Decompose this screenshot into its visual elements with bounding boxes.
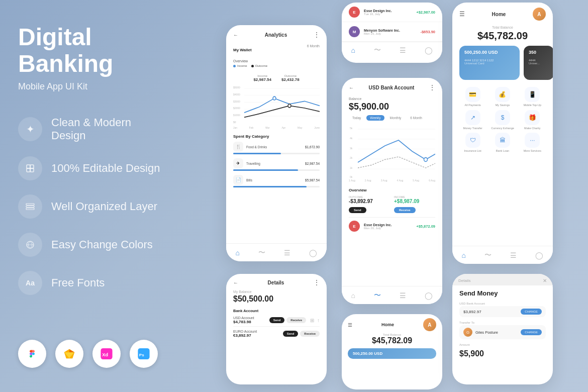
usd-nav-menu[interactable]: ☰ [400,291,406,300]
home-nav-chart[interactable]: 〜 [484,251,492,260]
nav-user-icon[interactable]: ◯ [309,249,317,257]
trans-nav-home[interactable]: ⌂ [351,46,355,54]
usd-title: USD Bank Account [354,85,429,90]
usd-time-tabs: Today Weekly Monthly 6 Month [342,115,442,124]
home-menu-icon[interactable]: ☰ [459,11,465,18]
qa-more-label: More Services [519,149,546,153]
card-dark-name: Univer... [529,62,549,65]
usd-send-btn[interactable]: Send [269,317,285,323]
nav-home-icon[interactable]: ⌂ [236,249,240,257]
trans-logo-esse: E [349,7,360,18]
home-nav-menu[interactable]: ☰ [510,251,517,259]
feature-item-fonts: Aa Free Fonts [18,271,168,295]
feature-item-organized: Well Organized Layer [18,194,168,219]
qa-loan-label: Bank Loan [489,149,516,153]
cards-row: 500,250.00 USD 4444 1212 3214 1122 Unive… [452,46,553,85]
usd-balance-label: Balance [342,94,442,101]
insurance-icon: 🛡 [465,133,480,148]
tab-weekly[interactable]: Weekly [366,115,384,121]
feature-item-editable: 100% Editable Design [18,156,168,180]
usd-outcome-col: Outcome -$3,892.97 Send [349,195,390,213]
usd-trans-date: Mon 20, July [364,227,392,230]
card-blue[interactable]: 500,250.00 USD 4444 1212 3214 1122 Unive… [459,46,520,80]
send-to-label: Transfer To [459,321,546,324]
home2-card-amount: 500,250.00 USD [353,351,431,356]
qa-currency[interactable]: $ Currency Exhange [489,110,516,130]
svg-text:1k: 1k [350,166,353,169]
card-dark[interactable]: 350 4444 Univer... [524,46,553,80]
details-back-btn[interactable]: ← [233,280,238,285]
home2-menu-icon[interactable]: ☰ [348,322,352,328]
usd-more-btn[interactable]: ⋮ [429,84,435,91]
svg-text:0k: 0k [350,175,353,178]
svg-text:$1000: $1000 [233,114,240,117]
usd-nav-user[interactable]: ◯ [425,291,433,300]
usd-nav-home[interactable]: ⌂ [351,291,355,300]
trans-item-menyon: M Menyon Software Inc. Mon 15, July -$65… [342,22,442,42]
qa-money-transfer[interactable]: ↗ Money Transfer [459,110,486,130]
details-more-btn[interactable]: ⋮ [314,279,320,286]
qa-more-services[interactable]: ··· More Services [519,133,546,153]
home2-title: Home [381,322,394,327]
svg-rect-5 [26,206,34,207]
trans-nav-chart[interactable]: 〜 [374,46,381,55]
card-blue-name: Universal Card [464,62,515,65]
overview-label: Overview [233,59,320,63]
trans-logo-menyon: M [349,26,360,37]
svg-text:2k: 2k [350,156,353,159]
screen-home2: ☰ Home A Total Balance $45,782.09 500,25… [342,314,442,389]
qa-insurance[interactable]: 🛡 Insurance List [459,133,486,153]
trans-amount-1: +$2,987.00 [416,10,435,15]
euro-account-type: EURO Account [233,330,257,333]
trans-nav-menu[interactable]: ☰ [400,46,406,54]
loan-icon: 🏛 [495,133,510,148]
tab-6month[interactable]: 6 Month [407,115,426,121]
tab-today[interactable]: Today [349,115,364,121]
usd-receive-btn[interactable]: Receive [286,317,306,323]
euro-account-row: EURO Account €3,892.97 Send Receive [233,330,320,338]
euro-receive-btn[interactable]: Receive [300,331,320,337]
usd-receive-btn[interactable]: Receive [394,207,416,213]
usd-send-btn[interactable]: Send [349,207,366,213]
editable-design-icon [18,156,42,180]
home-nav-user[interactable]: ◯ [535,251,543,259]
usd-share-icon[interactable]: ↑ [317,318,320,323]
nav-chart-icon[interactable]: 〜 [258,248,265,257]
topup-icon: 📱 [525,87,540,102]
analytics-more-btn[interactable]: ⋮ [314,31,320,38]
income-legend: Income [237,64,247,67]
details-balance-value: $50,500.00 [226,295,327,307]
svg-text:$3000: $3000 [233,100,240,103]
feature-item-clean: ✦ Clean & Modern Design [18,116,168,142]
analytics-back-btn[interactable]: ← [233,32,238,38]
clean-design-icon: ✦ [18,117,42,141]
more-services-icon: ··· [525,133,540,148]
qa-mobile-topup[interactable]: 📱 Mobile Top-Up [519,87,546,107]
tab-monthly[interactable]: Monthly [386,115,405,121]
figma-icon [18,340,46,368]
feature-label-clean: Clean & Modern Design [51,116,168,142]
usd-nav-chart[interactable]: 〜 [374,291,381,300]
feature-list: ✦ Clean & Modern Design 100% Editable De… [18,116,168,295]
usd-back-btn[interactable]: ← [349,85,354,90]
all-payments-icon: 💳 [465,87,480,102]
send-from-value: $3,892.97 [463,310,481,314]
qa-bank-loan[interactable]: 🏛 Bank Loan [489,133,516,153]
home2-card[interactable]: 500,250.00 USD [348,348,436,359]
qa-charity-label: Make Charity [519,127,546,130]
send-change-to-btn[interactable]: CHANGE [521,329,542,335]
usd-copy-icon[interactable]: ⊞ [310,318,314,323]
trans-nav-user[interactable]: ◯ [425,46,433,54]
qa-all-payments[interactable]: 💳 All Payments [459,87,486,107]
svg-rect-6 [26,204,34,205]
send-money-title: Send Money [452,285,553,300]
svg-rect-2 [27,168,30,172]
home-nav-home[interactable]: ⌂ [462,251,466,259]
qa-charity[interactable]: 🎁 Make Charity [519,110,546,130]
euro-send-btn[interactable]: Send [283,331,299,337]
send-change-from-btn[interactable]: CHANGE [521,309,542,315]
qa-my-savings[interactable]: 💰 My Savings [489,87,516,107]
home2-avatar: A [423,318,436,331]
send-close-btn[interactable]: ✕ [543,278,547,283]
nav-menu-icon[interactable]: ☰ [284,249,290,257]
